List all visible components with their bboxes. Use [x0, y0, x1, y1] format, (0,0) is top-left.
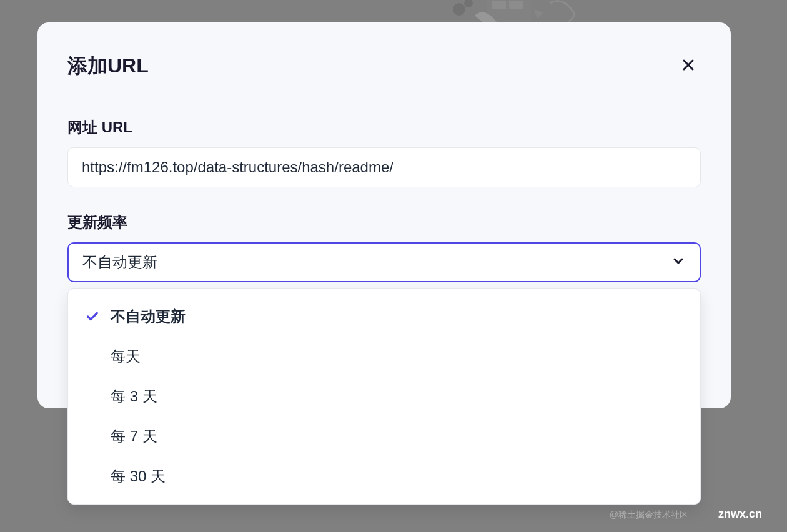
dropdown-option-no-auto[interactable]: 不自动更新: [68, 297, 700, 337]
url-field-group: 网址 URL: [67, 117, 701, 187]
chevron-down-icon: [671, 254, 686, 271]
frequency-select[interactable]: 不自动更新: [67, 242, 701, 282]
dropdown-option-3days[interactable]: 每 3 天: [68, 377, 700, 416]
svg-rect-1: [492, 1, 506, 9]
frequency-select-wrapper: 不自动更新 不自动更新 每天: [67, 242, 701, 282]
frequency-field-group: 更新频率 不自动更新 不自动更新: [67, 212, 701, 282]
dropdown-item-label: 每 3 天: [111, 387, 157, 406]
frequency-dropdown: 不自动更新 每天 每 3 天 每 7 天 每 30 天: [67, 288, 701, 505]
frequency-selected-value: 不自动更新: [82, 252, 157, 272]
url-label: 网址 URL: [67, 117, 701, 137]
dropdown-item-label: 每 7 天: [111, 426, 157, 446]
close-button[interactable]: [676, 54, 701, 79]
svg-rect-2: [509, 1, 523, 9]
watermark-sub: @稀土掘金技术社区: [610, 510, 688, 521]
check-icon: [86, 310, 99, 323]
url-input[interactable]: [67, 147, 701, 187]
modal-title: 添加URL: [67, 52, 149, 80]
svg-point-4: [464, 0, 473, 7]
dropdown-option-7days[interactable]: 每 7 天: [68, 416, 700, 456]
modal-header: 添加URL: [67, 52, 701, 80]
dropdown-option-daily[interactable]: 每天: [68, 337, 700, 377]
svg-point-3: [453, 3, 465, 16]
watermark: znwx.cn: [718, 508, 762, 521]
dropdown-item-label: 不自动更新: [111, 307, 186, 327]
dropdown-item-label: 每天: [111, 347, 141, 367]
close-icon: [681, 57, 696, 75]
dropdown-option-30days[interactable]: 每 30 天: [68, 456, 700, 496]
frequency-label: 更新频率: [67, 212, 701, 232]
dropdown-item-label: 每 30 天: [111, 466, 166, 486]
add-url-modal: 添加URL 网址 URL 更新频率 不自动更新: [37, 22, 731, 408]
